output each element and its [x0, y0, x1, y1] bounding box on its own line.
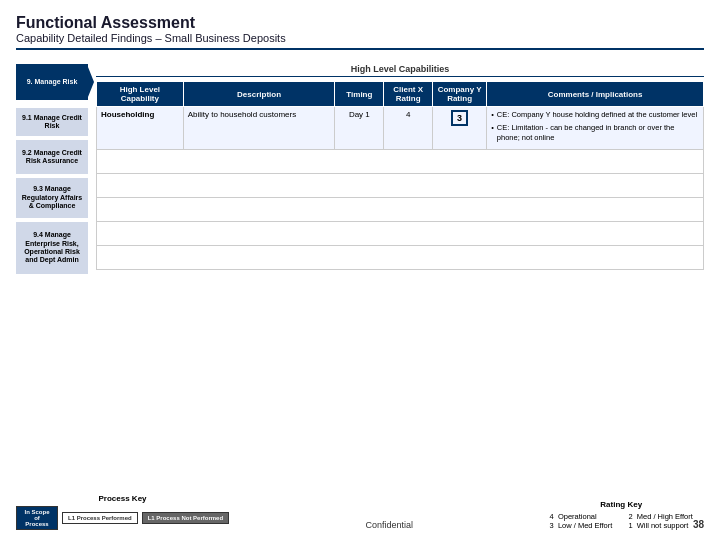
empty-row-1 — [97, 149, 704, 173]
empty-cell-4 — [97, 221, 704, 245]
rating-label-3: Low / Med Effort — [558, 521, 612, 530]
sidebar-sub-label-1: 9.1 Manage Credit Risk — [19, 114, 85, 131]
bullet-icon: • — [491, 110, 494, 121]
rating-key-col-1: 4 Operational 3 Low / Med Effort — [550, 512, 613, 530]
process-key-items: In Scope of Process L1 Process Performed… — [16, 506, 229, 530]
comment-text-2: CE: Limitation - can be changed in branc… — [497, 123, 699, 144]
empty-row-4 — [97, 221, 704, 245]
empty-row-2 — [97, 173, 704, 197]
rating-value-1: 1 — [628, 521, 632, 530]
footer: Process Key In Scope of Process L1 Proce… — [16, 490, 704, 530]
empty-cell-3 — [97, 197, 704, 221]
table-row: Householding Ability to household custom… — [97, 107, 704, 150]
cell-company-rating: 3 — [432, 107, 486, 150]
cell-comments: • CE: Company Y house holding defined at… — [487, 107, 704, 150]
empty-row-3 — [97, 197, 704, 221]
rating-key-col-2: 2 Med / High Effort 1 Will not support — [628, 512, 692, 530]
page-title: Functional Assessment — [16, 14, 704, 32]
rating-label-4: Operational — [558, 512, 597, 521]
process-key-title: Process Key — [16, 494, 229, 503]
sidebar-item-label: 9. Manage Risk — [27, 78, 78, 86]
page-number: 38 — [693, 519, 704, 530]
empty-cell-5 — [97, 245, 704, 269]
sidebar: 9. Manage Risk 9.1 Manage Credit Risk 9.… — [16, 64, 88, 482]
col-header-timing: Timing — [335, 82, 384, 107]
cell-capability: Householding — [97, 107, 184, 150]
main-content: 9. Manage Risk 9.1 Manage Credit Risk 9.… — [16, 64, 704, 482]
content-area: High Level Capabilities High Level Capab… — [96, 64, 704, 482]
capability-table: High Level Capability Description Timing… — [96, 81, 704, 270]
page-subtitle: Capability Detailed Findings – Small Bus… — [16, 32, 704, 44]
rating-box: 3 — [451, 110, 468, 126]
cell-client-rating: 4 — [384, 107, 433, 150]
rating-2: 2 Med / High Effort — [628, 512, 692, 521]
rating-key-items: 4 Operational 3 Low / Med Effort 2 Med /… — [550, 512, 693, 530]
rating-key-title: Rating Key — [550, 500, 693, 509]
rating-value-2: 2 — [628, 512, 632, 521]
rating-1: 1 Will not support — [628, 521, 692, 530]
bullet-icon-2: • — [491, 123, 494, 144]
sidebar-sub-label-3: 9.3 Manage Regulatory Affairs & Complian… — [19, 185, 85, 210]
sidebar-item-9-1[interactable]: 9.1 Manage Credit Risk — [16, 108, 88, 136]
comment-2: • CE: Limitation - can be changed in bra… — [491, 123, 699, 144]
key-l1-performed: L1 Process Performed — [62, 512, 138, 524]
sidebar-item-9-2[interactable]: 9.2 Manage Credit Risk Assurance — [16, 140, 88, 174]
col-header-capability: High Level Capability — [97, 82, 184, 107]
process-key: Process Key In Scope of Process L1 Proce… — [16, 494, 229, 530]
sidebar-sub-label-2: 9.2 Manage Credit Risk Assurance — [19, 149, 85, 166]
col-header-description: Description — [183, 82, 335, 107]
sidebar-item-9-3[interactable]: 9.3 Manage Regulatory Affairs & Complian… — [16, 178, 88, 218]
empty-cell-2 — [97, 173, 704, 197]
rating-label-2: Med / High Effort — [637, 512, 693, 521]
sidebar-sub-items: 9.1 Manage Credit Risk 9.2 Manage Credit… — [16, 108, 88, 276]
key-in-scope: In Scope of Process — [16, 506, 58, 530]
comment-text-1: CE: Company Y house holding defined at t… — [497, 110, 697, 121]
empty-row-5 — [97, 245, 704, 269]
table-header-row: High Level Capability Description Timing… — [97, 82, 704, 107]
section-label: High Level Capabilities — [96, 64, 704, 77]
page: Functional Assessment Capability Detaile… — [0, 0, 720, 540]
sidebar-item-9-4[interactable]: 9.4 Manage Enterprise Risk, Operational … — [16, 222, 88, 274]
confidential-label: Confidential — [229, 520, 550, 530]
rating-label-1: Will not support — [637, 521, 689, 530]
cell-timing: Day 1 — [335, 107, 384, 150]
rating-3: 3 Low / Med Effort — [550, 521, 613, 530]
header-divider — [16, 48, 704, 50]
rating-value-3: 3 — [550, 521, 554, 530]
rating-value-4: 4 — [550, 512, 554, 521]
key-l1-not-performed: L1 Process Not Performed — [142, 512, 229, 524]
sidebar-sub-label-4: 9.4 Manage Enterprise Risk, Operational … — [19, 231, 85, 265]
header: Functional Assessment Capability Detaile… — [16, 14, 704, 50]
col-header-comments: Comments / Implications — [487, 82, 704, 107]
empty-cell-1 — [97, 149, 704, 173]
sidebar-item-manage-risk[interactable]: 9. Manage Risk — [16, 64, 88, 100]
col-header-company-rating: Company Y Rating — [432, 82, 486, 107]
rating-4: 4 Operational — [550, 512, 613, 521]
col-header-client-rating: Client X Rating — [384, 82, 433, 107]
comments-text: • CE: Company Y house holding defined at… — [491, 110, 699, 144]
rating-key: Rating Key 4 Operational 3 Low / Med Eff… — [550, 500, 693, 530]
comment-1: • CE: Company Y house holding defined at… — [491, 110, 699, 121]
cell-description: Ability to household customers — [183, 107, 335, 150]
